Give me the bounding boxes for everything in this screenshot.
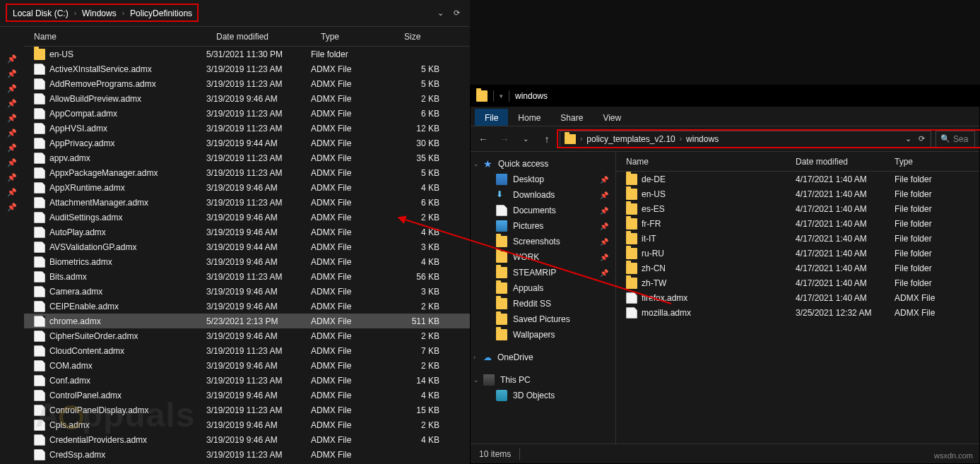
pin-icon[interactable]: 📌: [7, 155, 17, 169]
pin-icon[interactable]: 📌: [7, 52, 17, 66]
table-row[interactable]: en-US5/31/2021 11:30 PMFile folder: [24, 47, 470, 61]
nav-saved[interactable]: Saved Pictures: [471, 311, 615, 327]
file-list[interactable]: en-US5/31/2021 11:30 PMFile folderActive…: [24, 47, 470, 464]
table-row[interactable]: AuditSettings.admx3/19/2019 9:46 AMADMX …: [24, 210, 470, 225]
addr-segment-1[interactable]: policy_templates_v2.10: [586, 134, 675, 144]
pin-icon[interactable]: 📌: [7, 170, 17, 184]
file-icon: [34, 331, 45, 342]
table-row[interactable]: de-DE4/17/2021 1:40 AMFile folder: [616, 172, 979, 186]
pin-icon[interactable]: 📌: [7, 141, 17, 155]
table-row[interactable]: ControlPanelDisplay.admx3/19/2019 11:23 …: [24, 403, 470, 417]
table-row[interactable]: CloudContent.admx3/19/2019 11:23 AMADMX …: [24, 343, 470, 358]
tab-view[interactable]: View: [593, 109, 631, 126]
table-row[interactable]: zh-TW4/17/2021 1:40 AMFile folder: [616, 275, 979, 290]
pin-icon[interactable]: 📌: [7, 111, 17, 125]
nav-pictures[interactable]: Pictures📌: [471, 218, 615, 234]
chevron-down-icon[interactable]: ⌄: [437, 8, 444, 18]
nav-appuals[interactable]: Appuals: [471, 280, 615, 296]
addr-segment-2[interactable]: windows: [686, 134, 719, 144]
table-row[interactable]: AutoPlay.admx3/19/2019 9:46 AMADMX File4…: [24, 225, 470, 239]
table-row[interactable]: mozilla.admx3/25/2021 12:32 AMADMX File: [616, 305, 979, 320]
nav-downloads[interactable]: ⬇Downloads📌: [471, 187, 615, 203]
nav-documents[interactable]: Documents📌: [471, 203, 615, 218]
table-row[interactable]: zh-CN4/17/2021 1:40 AMFile folder: [616, 261, 979, 275]
pin-icon[interactable]: 📌: [7, 126, 17, 140]
table-row[interactable]: CredSsp.admx3/19/2019 11:23 AMADMX File: [24, 447, 470, 462]
nav-work[interactable]: WORK📌: [471, 249, 615, 265]
table-row[interactable]: ControlPanel.admx3/19/2019 9:46 AMADMX F…: [24, 388, 470, 403]
table-row[interactable]: AddRemovePrograms.admx3/19/2019 11:23 AM…: [24, 76, 470, 91]
pin-icon[interactable]: 📌: [7, 81, 17, 95]
table-row[interactable]: COM.admx3/19/2019 9:46 AMADMX File2 KB: [24, 358, 470, 373]
nav-reddit[interactable]: Reddit SS: [471, 296, 615, 311]
chevron-down-icon[interactable]: ▾: [500, 93, 503, 100]
table-row[interactable]: Cpls.admx3/19/2019 9:46 AMADMX File2 KB: [24, 417, 470, 432]
nav-3d-objects[interactable]: 3D Objects: [471, 388, 615, 403]
table-row[interactable]: AppPrivacy.admx3/19/2019 9:44 AMADMX Fil…: [24, 136, 470, 150]
table-row[interactable]: es-ES4/17/2021 1:40 AMFile folder: [616, 201, 979, 216]
table-row[interactable]: Bits.admx3/19/2019 11:23 AMADMX File56 K…: [24, 269, 470, 284]
pin-icon[interactable]: 📌: [7, 66, 17, 81]
table-row[interactable]: firefox.admx4/17/2021 1:40 AMADMX File: [616, 290, 979, 305]
breadcrumb-crumb-2[interactable]: PolicyDefinitions: [130, 8, 192, 18]
nav-back-button[interactable]: ←: [475, 131, 492, 148]
table-row[interactable]: fr-FR4/17/2021 1:40 AMFile folder: [616, 216, 979, 231]
pin-icon[interactable]: 📌: [7, 96, 17, 110]
table-row[interactable]: AppCompat.admx3/19/2019 11:23 AMADMX Fil…: [24, 106, 470, 121]
col-type[interactable]: Type: [311, 32, 394, 42]
breadcrumb-crumb-0[interactable]: Local Disk (C:): [13, 8, 69, 18]
file-list[interactable]: de-DE4/17/2021 1:40 AMFile folderen-US4/…: [616, 172, 979, 320]
nav-forward-button[interactable]: →: [496, 131, 513, 148]
file-date: 3/19/2019 11:23 AM: [206, 272, 311, 282]
nav-steamrip[interactable]: STEAMRIP📌: [471, 265, 615, 280]
nav-onedrive[interactable]: ›☁OneDrive: [471, 350, 615, 365]
table-row[interactable]: AVSValidationGP.admx3/19/2019 9:44 AMADM…: [24, 239, 470, 254]
col-name[interactable]: Name: [616, 157, 796, 167]
table-row[interactable]: Conf.admx3/19/2019 11:23 AMADMX File14 K…: [24, 373, 470, 388]
table-row[interactable]: ActiveXInstallService.admx3/19/2019 11:2…: [24, 61, 470, 76]
title-bar[interactable]: ▾ windows: [471, 85, 979, 107]
pin-icon[interactable]: 📌: [7, 200, 17, 214]
table-row[interactable]: ru-RU4/17/2021 1:40 AMFile folder: [616, 246, 979, 261]
table-row[interactable]: chrome.admx5/23/2021 2:13 PMADMX File511…: [24, 314, 470, 328]
col-date[interactable]: Date modified: [796, 157, 895, 167]
table-row[interactable]: Biometrics.admx3/19/2019 9:46 AMADMX Fil…: [24, 254, 470, 269]
search-input[interactable]: 🔍 Sea: [935, 131, 975, 148]
file-date: 4/17/2021 1:40 AM: [796, 219, 895, 229]
table-row[interactable]: en-US4/17/2021 1:40 AMFile folder: [616, 186, 979, 201]
table-row[interactable]: AllowBuildPreview.admx3/19/2019 9:46 AMA…: [24, 91, 470, 106]
table-row[interactable]: appv.admx3/19/2019 11:23 AMADMX File35 K…: [24, 150, 470, 165]
table-row[interactable]: AppXRuntime.admx3/19/2019 9:46 AMADMX Fi…: [24, 180, 470, 195]
table-row[interactable]: AttachmentManager.admx3/19/2019 11:23 AM…: [24, 195, 470, 210]
file-icon: [34, 405, 45, 416]
navigation-pane[interactable]: ⌄★Quick access Desktop📌 ⬇Downloads📌 Docu…: [471, 152, 616, 444]
col-date[interactable]: Date modified: [206, 32, 311, 42]
col-type[interactable]: Type: [895, 157, 965, 167]
chevron-down-icon[interactable]: ⌄: [905, 134, 911, 143]
address-bar[interactable]: › policy_templates_v2.10 › windows ⌄⟳: [560, 131, 931, 148]
table-row[interactable]: CredentialProviders.admx3/19/2019 9:46 A…: [24, 432, 470, 447]
breadcrumb-crumb-1[interactable]: Windows: [82, 8, 117, 18]
refresh-icon[interactable]: ⟳: [454, 8, 460, 18]
nav-desktop[interactable]: Desktop📌: [471, 172, 615, 187]
col-name[interactable]: Name: [24, 32, 206, 42]
nav-history-button[interactable]: ⌄: [517, 131, 534, 148]
tab-share[interactable]: Share: [550, 109, 593, 126]
table-row[interactable]: it-IT4/17/2021 1:40 AMFile folder: [616, 231, 979, 246]
table-row[interactable]: AppxPackageManager.admx3/19/2019 11:23 A…: [24, 165, 470, 180]
tab-file[interactable]: File: [475, 109, 508, 126]
table-row[interactable]: CEIPEnable.admx3/19/2019 9:46 AMADMX Fil…: [24, 299, 470, 314]
table-row[interactable]: AppHVSI.admx3/19/2019 11:23 AMADMX File1…: [24, 121, 470, 136]
nav-quick-access[interactable]: ⌄★Quick access: [471, 156, 615, 172]
table-row[interactable]: CipherSuiteOrder.admx3/19/2019 9:46 AMAD…: [24, 328, 470, 343]
nav-wallpapers[interactable]: Wallpapers: [471, 327, 615, 343]
table-row[interactable]: Camera.admx3/19/2019 9:46 AMADMX File3 K…: [24, 284, 470, 299]
nav-this-pc[interactable]: ⌄This PC: [471, 372, 615, 388]
nav-up-button[interactable]: ↑: [538, 131, 555, 148]
pin-icon[interactable]: 📌: [7, 185, 17, 199]
refresh-icon[interactable]: ⟳: [919, 134, 925, 143]
nav-screenshots[interactable]: Screenshots📌: [471, 234, 615, 249]
breadcrumb[interactable]: Local Disk (C:) › Windows › PolicyDefini…: [13, 8, 192, 18]
col-size[interactable]: Size: [394, 32, 456, 42]
tab-home[interactable]: Home: [508, 109, 550, 126]
